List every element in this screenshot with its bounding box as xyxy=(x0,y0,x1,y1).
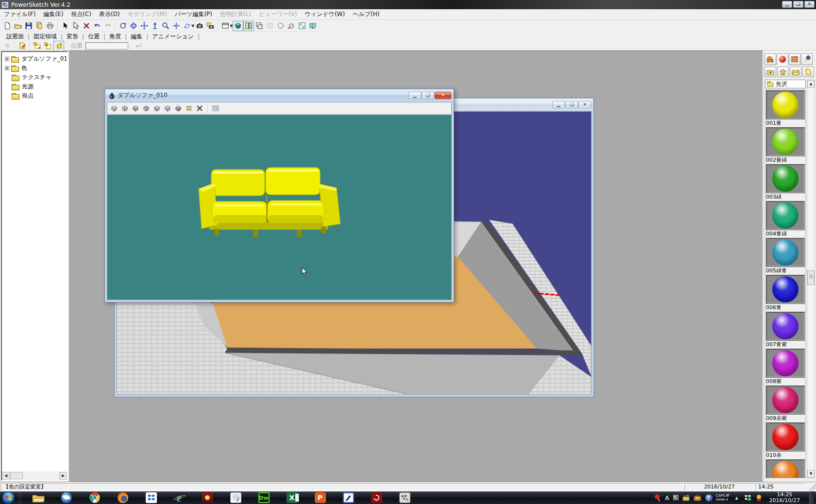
select-cursor-button[interactable] xyxy=(60,21,70,31)
view-3d-button[interactable] xyxy=(233,21,243,31)
close-button[interactable]: ✕ xyxy=(804,1,815,8)
material-sphere[interactable] xyxy=(772,92,799,118)
sofa-maximize-button[interactable]: ❑ xyxy=(422,92,434,99)
taskbar-acrobat[interactable] xyxy=(369,492,384,504)
texture-box-button[interactable] xyxy=(297,21,307,31)
tree-item-color[interactable]: 色 xyxy=(2,64,67,73)
material-item[interactable]: 004青緑 xyxy=(765,201,805,237)
sofa-minimize-button[interactable]: ▁ xyxy=(408,92,421,99)
material-sphere[interactable] xyxy=(772,239,799,266)
menu-file[interactable]: ファイル(F) xyxy=(0,9,39,20)
menu-viewpoint[interactable]: 視点(C) xyxy=(67,9,95,20)
tab-light[interactable] xyxy=(801,53,813,65)
taskbar-firefox[interactable] xyxy=(116,492,130,504)
show-desktop-button[interactable] xyxy=(809,491,814,504)
material-item[interactable]: 007青紫 xyxy=(765,312,805,348)
vertical-move-button[interactable] xyxy=(150,21,160,31)
material-item[interactable]: 009赤紫 xyxy=(765,386,805,422)
tree-horizontal-scrollbar[interactable]: ◀ ▶ xyxy=(2,471,67,480)
tab-deform[interactable]: 変形 xyxy=(63,32,82,42)
start-button[interactable] xyxy=(2,491,15,504)
sofa-close-button[interactable]: ✕ xyxy=(435,92,451,99)
tray-dropbox-icon[interactable] xyxy=(744,494,752,502)
material-scrollbar[interactable]: ▲ ▼ xyxy=(807,80,815,478)
region-tool-2-button[interactable] xyxy=(43,41,53,51)
tab-animation[interactable]: アニメーション xyxy=(149,32,197,42)
taskbar-notepad[interactable] xyxy=(228,492,243,504)
tree-item-light-source[interactable]: 光源 xyxy=(2,82,67,91)
scroll-right-arrow[interactable]: ▶ xyxy=(59,472,67,480)
material-item[interactable]: 006青 xyxy=(765,275,805,311)
material-sphere[interactable] xyxy=(772,202,799,229)
cube-top-icon[interactable] xyxy=(141,103,151,113)
material-sphere[interactable] xyxy=(772,350,799,376)
taskbar-dreamweaver[interactable]: Dw xyxy=(256,492,271,504)
tray-help-icon[interactable]: ? xyxy=(705,494,713,502)
app-titlebar[interactable]: PowerSketch Ver.4.2 ▁ ❑ ✕ xyxy=(0,0,816,9)
tile-windows-button[interactable] xyxy=(243,21,254,31)
new-item-button[interactable] xyxy=(802,67,814,77)
undo-button[interactable] xyxy=(92,21,102,31)
render-box-button[interactable] xyxy=(286,21,297,31)
cube-outline-icon[interactable] xyxy=(109,103,119,113)
tray-show-hidden-icon[interactable]: ▲ xyxy=(733,494,741,502)
render-camera-button[interactable] xyxy=(205,21,216,31)
scroll-up-arrow[interactable]: ▲ xyxy=(807,80,815,88)
minimize-button[interactable]: ▁ xyxy=(782,1,792,8)
scene-maximize-button[interactable]: ❑ xyxy=(565,101,578,108)
cube-left-icon[interactable] xyxy=(152,103,162,113)
select-object-button[interactable] xyxy=(70,21,81,31)
scene-minimize-button[interactable]: ▁ xyxy=(552,101,565,108)
menu-help[interactable]: ヘルプ(H) xyxy=(349,9,383,20)
zoom-button[interactable] xyxy=(160,21,171,31)
material-sphere[interactable] xyxy=(772,387,799,413)
sofa-window[interactable]: ダブルソファ_010 ▁ ❑ ✕ xyxy=(104,88,454,302)
taskbar-dropbox[interactable] xyxy=(144,492,158,504)
ime-caps-kana-indicator[interactable]: CAPS 🗗 KANA ▾ xyxy=(716,494,730,502)
material-item[interactable]: 010赤 xyxy=(765,422,805,459)
table-grid-icon[interactable] xyxy=(211,103,221,113)
cube-right-icon[interactable] xyxy=(163,103,172,113)
scene-close-button[interactable]: ✕ xyxy=(578,101,591,108)
window-layout-button[interactable] xyxy=(220,21,231,31)
tab-color-material[interactable] xyxy=(777,53,788,65)
tree-item-viewpoint[interactable]: 視点 xyxy=(2,91,67,101)
material-sphere[interactable] xyxy=(772,276,799,302)
snapshot-camera-button[interactable] xyxy=(194,21,205,31)
sofa-window-titlebar[interactable]: ダブルソファ_010 ▁ ❑ ✕ xyxy=(106,90,453,101)
scroll-thumb[interactable] xyxy=(807,270,815,285)
tree-item-texture[interactable]: テクスチャ xyxy=(2,73,67,82)
tray-pin-icon[interactable] xyxy=(654,494,662,502)
taskbar-paint-app[interactable] xyxy=(397,492,412,504)
material-folder-header[interactable]: 光沢 xyxy=(765,80,806,88)
maximize-button[interactable]: ❑ xyxy=(793,1,803,8)
material-item[interactable]: 002黄緑 xyxy=(765,127,805,164)
material-sphere[interactable] xyxy=(772,424,799,450)
taskbar-excel[interactable]: X xyxy=(285,492,299,504)
taskbar-clip-app[interactable] xyxy=(200,492,215,504)
material-sphere[interactable] xyxy=(772,461,799,478)
material-item[interactable]: 001黄 xyxy=(765,90,805,127)
menu-parts-edit[interactable]: パーツ編集(P) xyxy=(171,9,216,20)
taskbar-explorer[interactable] xyxy=(31,492,46,504)
taskbar-chrome[interactable] xyxy=(87,492,102,504)
material-sphere[interactable] xyxy=(772,166,799,192)
tray-coin-app-icon[interactable] xyxy=(755,494,763,502)
scroll-thumb[interactable] xyxy=(10,472,23,479)
orbit-rotate-button[interactable] xyxy=(118,21,128,31)
taskbar-powerpoint[interactable]: P xyxy=(313,492,327,504)
monitor-view-button[interactable] xyxy=(307,21,318,31)
page-edit-button[interactable] xyxy=(17,41,28,51)
material-sphere[interactable] xyxy=(772,129,799,155)
region-tool-3-button[interactable] xyxy=(53,41,64,51)
material-item[interactable]: 003緑 xyxy=(765,164,805,201)
delete-button[interactable] xyxy=(81,21,92,31)
tab-texture[interactable] xyxy=(789,53,800,65)
center-move-button[interactable] xyxy=(171,21,182,31)
region-tool-1-button[interactable] xyxy=(32,41,43,51)
tray-tools-icon[interactable] xyxy=(682,494,690,502)
taskbar-pen-app[interactable] xyxy=(341,492,356,504)
free-rotate-button[interactable] xyxy=(128,21,139,31)
material-item[interactable]: 005緑青 xyxy=(765,238,805,274)
menu-edit[interactable]: 編集(E) xyxy=(39,9,67,20)
